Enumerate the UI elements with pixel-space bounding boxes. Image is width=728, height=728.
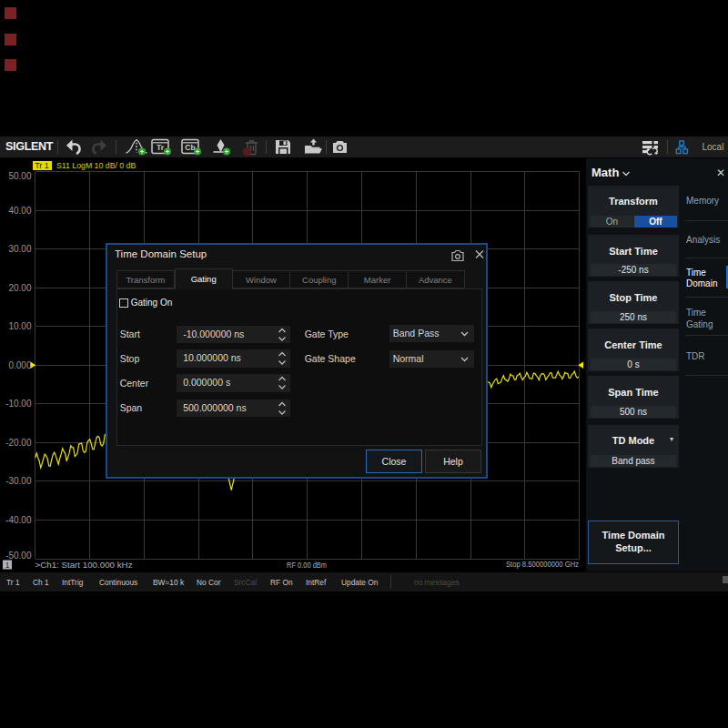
svg-text:Tr: Tr <box>157 143 165 152</box>
svg-text:Cb: Cb <box>185 143 195 152</box>
svg-text:50.00: 50.00 <box>8 171 31 181</box>
svg-text:40.00: 40.00 <box>8 206 31 216</box>
svg-text:Stop 8.500000000 GHz: Stop 8.500000000 GHz <box>506 559 579 569</box>
svg-text:RF 0.00 dBm: RF 0.00 dBm <box>287 560 327 570</box>
svg-text:-40.00: -40.00 <box>5 515 32 525</box>
svg-text:-50.00: -50.00 <box>5 551 32 561</box>
svg-text:-20.00: -20.00 <box>5 438 32 448</box>
svg-text:-30.00: -30.00 <box>5 476 32 486</box>
svg-text:-10.00: -10.00 <box>5 399 32 409</box>
svg-text:20.00: 20.00 <box>8 283 31 293</box>
svg-text:30.00: 30.00 <box>8 244 31 254</box>
svg-text:>Ch1: Start 100.000 kHz: >Ch1: Start 100.000 kHz <box>35 560 133 570</box>
svg-text:10.00: 10.00 <box>8 321 31 331</box>
svg-text:0.000: 0.000 <box>8 360 31 370</box>
svg-text:1: 1 <box>5 561 10 570</box>
